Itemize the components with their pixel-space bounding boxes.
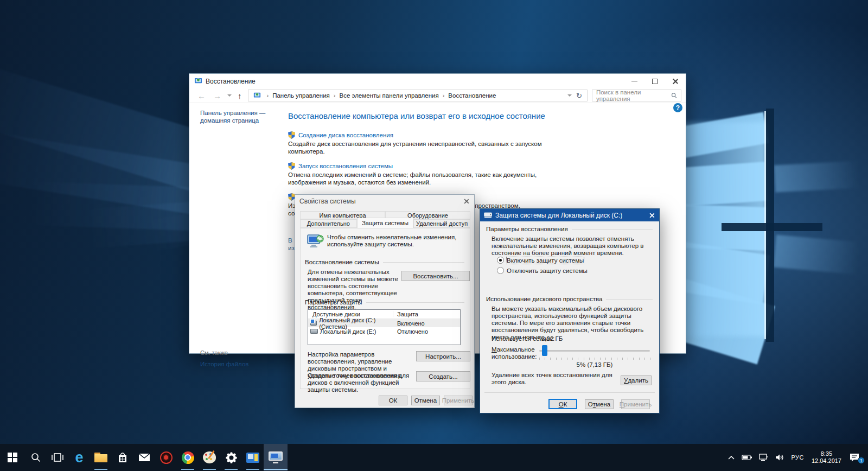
back-button[interactable]: ← — [194, 91, 209, 100]
history-dropdown-icon[interactable] — [227, 94, 232, 97]
close-button[interactable] — [665, 74, 686, 88]
antivirus-icon — [160, 451, 173, 464]
table-row-drive-c[interactable]: Локальный диск (C:) (Система) Включено — [308, 319, 460, 327]
protection-status: Отключено — [393, 328, 428, 335]
max-usage-slider-thumb[interactable] — [542, 345, 547, 356]
taskbar-item-settings[interactable] — [220, 444, 242, 471]
table-row-drive-e[interactable]: Локальный диск (E:) Отключено — [308, 327, 460, 335]
restore-settings-description: Включение защиты системы позволяет отмен… — [492, 236, 655, 257]
minimize-icon — [631, 81, 637, 82]
sidebar: Панель управления — домашняя страница См… — [189, 104, 288, 353]
taskbar-search-button[interactable] — [25, 444, 47, 471]
create-button[interactable]: Создать... — [416, 371, 470, 381]
windows-logo-horizontal-bar — [722, 223, 822, 231]
search-input[interactable]: Поиск в панели управления — [592, 90, 681, 101]
breadcrumb-control-panel[interactable]: Панель управления — [272, 92, 330, 99]
drive-name: Локальный диск (E:) — [320, 328, 376, 335]
address-dropdown-icon[interactable] — [567, 94, 572, 97]
truncated-text-fragment: из — [288, 245, 295, 251]
up-button[interactable]: ↑ — [234, 91, 246, 100]
breadcrumb-recovery[interactable]: Восстановление — [448, 92, 496, 99]
cancel-button[interactable]: Отмена — [411, 396, 440, 405]
maximize-icon — [652, 79, 658, 84]
ok-button[interactable]: ОК — [548, 399, 577, 409]
drives-list[interactable]: Доступные диски Защита Локальный диск (C… — [308, 309, 461, 345]
max-usage-label: Максимальное использование: — [492, 346, 539, 360]
recovery-titlebar[interactable]: Восстановление — [189, 74, 686, 88]
link-open-system-restore[interactable]: Запуск восстановления системы — [298, 163, 393, 169]
address-bar[interactable]: › Панель управления › Все элементы панел… — [248, 90, 588, 101]
group-label: Восстановление системы — [305, 259, 379, 265]
maximize-button[interactable] — [644, 74, 665, 88]
paint-palette-icon — [203, 451, 216, 463]
breadcrumb-separator: › — [263, 92, 273, 99]
apply-button[interactable]: Применить — [444, 396, 473, 405]
taskbar-item-paint[interactable] — [199, 444, 220, 471]
volume-icon[interactable] — [773, 454, 787, 461]
close-icon[interactable] — [464, 198, 470, 204]
dialog-titlebar[interactable]: Защита системы для Локальный диск (C:) — [480, 209, 659, 221]
tray-chevron-up-icon[interactable] — [725, 455, 738, 460]
cancel-button[interactable]: Отмена — [585, 399, 614, 409]
system-protection-dialog: Защита системы для Локальный диск (C:) П… — [480, 208, 660, 413]
minimize-button[interactable] — [624, 74, 644, 88]
address-app-icon — [253, 92, 261, 99]
taskbar-item-chrome[interactable] — [177, 444, 199, 471]
action-center-button[interactable]: 1 — [846, 453, 863, 462]
close-icon[interactable] — [649, 212, 655, 218]
group-protection-settings: Параметры защиты — [305, 299, 464, 305]
wallpaper-beam — [774, 161, 868, 193]
refresh-icon[interactable]: ↻ — [574, 92, 584, 100]
delete-button[interactable]: Удалить — [621, 375, 652, 385]
radio-unselected-icon — [497, 267, 504, 274]
search-icon — [30, 452, 41, 463]
taskbar-item-file-explorer[interactable] — [90, 444, 112, 471]
sidebar-item-control-panel-home[interactable]: Панель управления — домашняя страница — [200, 109, 272, 124]
apply-button[interactable]: Применить — [621, 399, 650, 409]
control-panel-icon — [246, 453, 259, 463]
taskbar-item-mail[interactable] — [133, 444, 155, 471]
desktop: Восстановление ← → ↑ › Панель управления… — [0, 0, 868, 471]
tab-system-protection[interactable]: Защита системы — [357, 218, 414, 228]
column-protection[interactable]: Защита — [393, 311, 418, 317]
group-label: Использование дискового пространства — [486, 296, 602, 302]
max-usage-slider-track[interactable] — [539, 350, 650, 352]
tab-remote[interactable]: Удаленный доступ — [413, 219, 470, 228]
dialog-titlebar[interactable]: Свойства системы — [295, 195, 474, 207]
task-create-recovery-drive: Создание диска восстановления Создайте д… — [288, 131, 686, 155]
clock[interactable]: 8:35 12.04.2017 — [808, 450, 845, 464]
radio-disable-protection[interactable]: Отключить защиту системы — [497, 267, 588, 274]
task-view-button[interactable] — [47, 444, 68, 471]
recovery-app-icon — [194, 77, 202, 85]
network-icon[interactable] — [756, 454, 771, 461]
language-indicator[interactable]: РУС — [788, 454, 807, 461]
task-open-system-restore: Запуск восстановления системы Отмена пос… — [288, 162, 686, 186]
breadcrumb-all-items[interactable]: Все элементы панели управления — [340, 92, 439, 99]
taskbar-item-store[interactable] — [112, 444, 133, 471]
configure-button[interactable]: Настроить... — [416, 351, 470, 361]
footer-divider — [484, 392, 655, 393]
ok-button[interactable]: ОК — [379, 396, 407, 405]
radio-enable-protection[interactable]: Включить защиту системы — [497, 257, 584, 264]
taskbar-item-edge[interactable]: e — [68, 444, 90, 471]
forward-button[interactable]: → — [209, 91, 225, 100]
mail-icon — [138, 453, 150, 462]
link-create-recovery-drive[interactable]: Создание диска восстановления — [298, 132, 393, 138]
truncated-text-fragment: В — [288, 237, 292, 244]
battery-icon[interactable] — [739, 454, 755, 461]
current-usage-value: 2,02 ГБ — [541, 335, 563, 342]
tab-advanced[interactable]: Дополнительно — [300, 219, 357, 228]
taskbar-item-antivirus[interactable] — [155, 444, 177, 471]
windows-logo-icon — [8, 453, 17, 462]
help-button[interactable]: ? — [673, 103, 682, 112]
start-button[interactable] — [0, 444, 25, 471]
chrome-icon — [182, 451, 194, 464]
see-also-label: См. также — [200, 349, 248, 356]
search-placeholder: Поиск в панели управления — [596, 89, 671, 102]
taskbar-item-control-panel[interactable] — [242, 444, 264, 471]
taskbar-item-system-properties-active[interactable] — [264, 444, 288, 471]
sidebar-item-file-history[interactable]: История файлов — [200, 361, 248, 367]
notification-badge: 1 — [858, 457, 865, 464]
restore-button[interactable]: Восстановить... — [401, 271, 470, 281]
tab-strip-row2: Дополнительно Защита системы Удаленный д… — [300, 219, 470, 228]
